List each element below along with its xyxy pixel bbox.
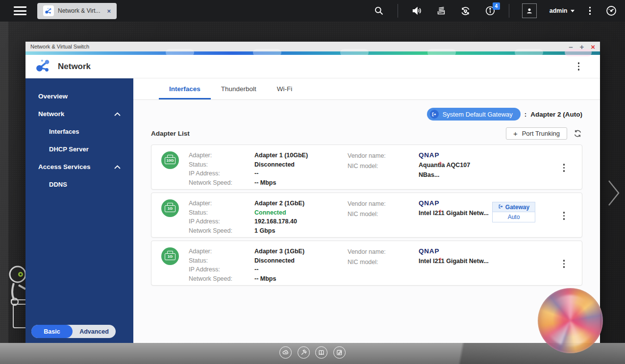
tab-wifi[interactable]: Wi-Fi [267,78,302,99]
sidebar: Overview Network Interfaces DHCP Server … [25,78,133,345]
more-options-icon[interactable] [587,5,593,17]
mode-toggle: Basic Advanced [31,325,116,338]
network-app-icon [43,5,54,16]
taskbar-divider [398,4,398,18]
interfaces-content: System Default Gateway : Adapter 2 (Auto… [133,100,600,345]
adapter-speed: -- Mbps [254,274,348,284]
system-default-gateway-button[interactable]: System Default Gateway [427,108,521,121]
adapter-list-header: Adapter List + Port Trunking [151,127,582,140]
port-trunking-label: Port Trunking [522,130,560,137]
tools-icon[interactable] [298,346,310,359]
chevron-down-icon [571,10,575,12]
wallpaper-ghost [340,49,369,56]
adapter-card-1: 10G Adapter: Status: IP Address: Network… [151,145,582,190]
swirl-logo-watermark [538,288,603,353]
background-tasks-icon[interactable] [435,5,447,17]
status-label: Status: [189,208,254,218]
adapter-name: Adapter 3 (1GbE) [254,247,348,256]
sidebar-item-label: Access Services [38,163,91,170]
search-icon[interactable] [373,5,385,17]
cloud-icon[interactable] [279,346,292,359]
sidebar-item-label: Interfaces [49,128,79,135]
speed-label: Network Speed: [189,274,254,284]
sync-icon[interactable] [460,5,472,17]
ip-label: IP Address: [189,169,254,178]
dock-icons [279,346,346,359]
sidebar-item-interfaces[interactable]: Interfaces [25,122,133,140]
vendor-label: Vendor name: [348,199,419,209]
taskbar-tab-close-icon[interactable]: × [107,7,111,15]
nic-model: Intel I211 Gigabit Netw... [419,208,492,218]
chevron-right-icon[interactable] [607,179,621,209]
gateway-separator: : [525,111,527,118]
main-menu-icon[interactable] [14,6,26,15]
speed-label: Network Speed: [189,226,254,236]
vendor-label: Vendor name: [348,151,419,161]
book-icon[interactable] [315,346,327,359]
sidebar-item-ddns[interactable]: DDNS [25,175,133,193]
user-menu[interactable]: admin [550,7,575,14]
user-name-label: admin [550,7,568,14]
sidebar-item-overview[interactable]: Overview [25,87,133,105]
tab-bar: Interfaces Thunderbolt Wi-Fi [133,78,600,100]
gateway-status-badge: Gateway Auto [492,202,535,222]
adapter-card-3: 1G Adapter: Status: IP Address: Network … [151,241,582,286]
notification-badge: 4 [493,2,500,10]
adapter-menu-icon[interactable] [561,210,567,222]
refresh-icon[interactable] [573,129,582,138]
wallpaper-ghost [166,49,194,56]
adapter-menu-icon[interactable] [561,162,567,174]
sidebar-item-dhcp-server[interactable]: DHCP Server [25,140,133,158]
system-default-gateway-row: System Default Gateway : Adapter 2 (Auto… [151,108,582,121]
adapter-card-2: 1G Adapter: Status: IP Address: Network … [151,193,582,238]
adapter-name: Adapter 1 (10GbE) [254,151,348,160]
wallpaper-ghost [253,49,281,56]
port-1g-icon: 1G [161,247,179,265]
close-button[interactable]: × [591,43,595,50]
notifications-icon[interactable]: 4 [484,5,496,17]
vendor-logo: QNAP [419,150,439,160]
tab-thunderbolt[interactable]: Thunderbolt [211,78,267,99]
gateway-mode-label: Auto [493,212,535,222]
gateway-icon [430,110,439,119]
notes-icon[interactable] [333,346,346,359]
adapter-speed: -- Mbps [254,178,348,188]
adapter-menu-icon[interactable] [561,258,567,270]
adapter-ip: -- [254,169,348,178]
volume-icon[interactable] [411,5,423,17]
adapter-name: Adapter 2 (1GbE) [254,199,348,208]
adapter-status: Disconnected [254,160,348,170]
adapter-status: Disconnected [254,256,348,266]
sidebar-item-access-services[interactable]: Access Services [25,158,133,175]
network-virtual-switch-window: Network & Virtual Switch – + × Network [25,42,600,345]
dashboard-icon[interactable] [605,5,617,17]
wallpaper-ghost [515,49,543,56]
vendor-label: Vendor name: [348,247,419,257]
taskbar-tab-label: Network & Virt... [58,7,100,14]
adapter-label: Adapter: [189,247,254,256]
advanced-mode-button[interactable]: Advanced [73,325,116,338]
adapter-label: Adapter: [189,199,254,208]
port-trunking-button[interactable]: + Port Trunking [506,127,567,140]
window-titlebar[interactable]: Network & Virtual Switch – + × [25,42,600,51]
sidebar-item-network[interactable]: Network [25,105,133,122]
header-more-icon[interactable] [576,60,582,73]
nic-label: NIC model: [348,257,419,267]
tab-interfaces[interactable]: Interfaces [159,78,211,99]
adapter-cards: 10G Adapter: Status: IP Address: Network… [151,145,582,286]
wallpaper-ghost [565,49,592,56]
basic-mode-button[interactable]: Basic [31,325,73,338]
chevron-up-icon[interactable] [114,162,121,171]
ip-label: IP Address: [189,265,254,274]
adapter-status: Connected [254,208,348,218]
plus-icon: + [513,129,518,138]
sidebar-item-label: Network [38,110,64,118]
user-icon[interactable] [522,3,537,18]
taskbar-tab-network[interactable]: Network & Virt... × [37,3,117,19]
speed-label: Network Speed: [189,178,254,188]
port-1g-icon: 1G [161,199,179,217]
nic-label: NIC model: [348,209,419,219]
app-header: Network [25,55,600,78]
chevron-up-icon[interactable] [114,109,121,118]
adapter-speed: 1 Gbps [254,226,348,236]
